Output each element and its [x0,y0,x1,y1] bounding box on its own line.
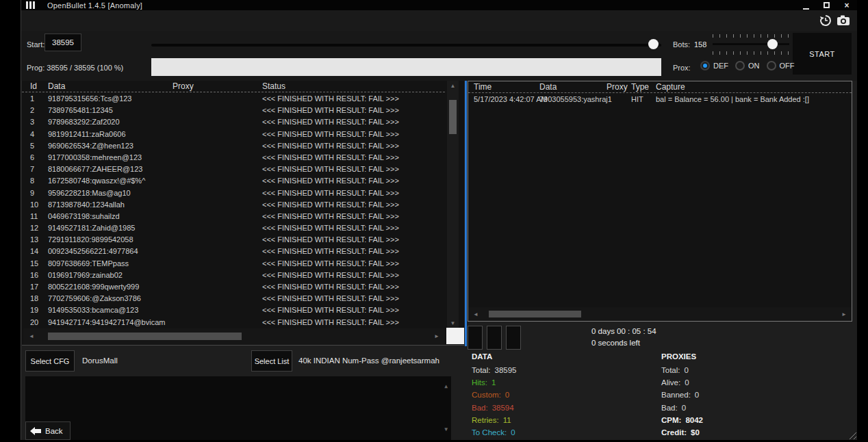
stat-row: Alive:0 [661,376,703,389]
back-button[interactable]: Back [25,421,71,440]
hits-horizontal-scrollbar[interactable]: ◄ ► [468,307,852,321]
scroll-left-icon[interactable]: ◄ [468,311,483,317]
table-row[interactable]: 7 8180066677:ZAHEER@123 <<< FINISHED WIT… [22,164,445,175]
table-row[interactable]: 4 9819912411:zaRa0606 <<< FINISHED WITH … [22,129,445,140]
runner-results-table: Id Data Proxy Status 1 918795315656:Tcs@… [22,81,464,346]
minimize-button[interactable] [801,1,810,10]
stat-row: Hits:1 [472,376,516,389]
select-list-button[interactable]: Select List [251,350,292,372]
bots-slider[interactable] [713,34,789,55]
elapsed-time: 0 days 00 : 05 : 54 [591,326,656,337]
results-horizontal-scrollbar[interactable]: ◄ ► [23,328,445,344]
stat-row: Total:38595 [472,364,516,376]
table-row[interactable]: 5 9690626534:Z@heen123 <<< FINISHED WITH… [22,140,445,152]
table-row[interactable]: 15 8097638669:TEMPpass <<< FINISHED WITH… [22,258,445,270]
scrollbar-thumb[interactable] [48,333,242,340]
radio-icon[interactable] [700,61,710,70]
window-title: OpenBullet 1.4.5 [Anomaly] [47,1,142,10]
bots-value: 158 [694,40,706,49]
runner-timer: 0 days 00 : 05 : 54 0 seconds left [591,326,656,349]
scrollbar-thumb[interactable] [489,311,581,317]
close-button[interactable]: × [842,1,852,10]
stat-row: CPM:8042 [661,414,703,426]
hits-tab-button[interactable] [468,326,483,350]
main-slider[interactable] [151,39,661,50]
progress-label: Prog: 38595 / 38595 (100 %) [27,64,123,72]
resize-grip[interactable] [847,430,856,439]
stat-row: Banned:0 [661,389,703,401]
results-table-header: Id Data Proxy Status [22,81,445,92]
table-row[interactable]: 10 8713987840:1234allah <<< FINISHED WIT… [22,199,445,211]
time-left: 0 seconds left [591,337,656,349]
proxies-stats-title: PROXIES [661,352,703,361]
back-arrow-icon [30,427,41,435]
runner-controls: Start: Bots: 158 START Prog: 38595 / 385… [21,31,857,81]
table-row[interactable]: 12 9149527181:Zahid@1985 <<< FINISHED WI… [22,222,445,234]
table-row[interactable]: 9 9596228218:Mas@ag10 <<< FINISHED WITH … [22,187,445,199]
selected-wordlist-name: 40k INDIAN Num-Pass @ranjeetsarmah [298,356,439,365]
prox-radio-option[interactable]: OFF [767,61,795,70]
progress-bar [151,58,661,76]
start-input[interactable] [44,34,81,51]
start-button[interactable]: START [793,33,852,75]
select-cfg-button[interactable]: Select CFG [25,350,75,372]
hits-tab-button[interactable] [506,326,521,350]
table-row[interactable]: 2 7389765481:12345 <<< FINISHED WITH RES… [22,105,445,116]
hits-results-table: Time Data Proxy Type Capture 5/17/2023 4… [468,81,852,322]
data-stats: DATA Total:38595 Hits:1 Custom:0 Bad:385… [472,352,516,439]
scroll-right-icon[interactable]: ► [429,333,445,339]
main-slider-thumb[interactable] [648,39,659,49]
hits-tab-button[interactable] [487,326,502,350]
runner-log: ▲ ▼ [25,376,451,440]
proxies-stats: PROXIES Total:0 Alive:0 Banned:0 Bad:0 C… [661,352,703,439]
table-row[interactable]: 1 918795315656:Tcs@123 <<< FINISHED WITH… [22,93,445,105]
prox-label: Prox: [673,64,691,72]
scroll-up-icon[interactable]: ▲ [444,382,448,391]
app-window: OpenBullet 1.4.5 [Anomaly] × Start: Bots… [21,0,857,440]
table-row[interactable]: 13 7291911820:9899542058 <<< FINISHED WI… [22,234,445,246]
panel-splitter[interactable] [465,81,467,346]
scroll-down-icon[interactable]: ▼ [444,425,448,434]
radio-icon[interactable] [735,61,745,70]
radio-icon[interactable] [767,61,776,70]
start-label: Start: [27,40,44,49]
table-row[interactable]: 5/17/2023 4:42:07 AM 7903055953:yashraj1… [468,94,852,105]
menu-bar [21,10,857,31]
table-row[interactable]: 17 8005221608:999qwerty999 <<< FINISHED … [22,281,445,293]
table-row[interactable]: 14 00923452566221:4977864 <<< FINISHED W… [22,246,445,257]
table-row[interactable]: 20 9419427174:9419427174@bvicam <<< FINI… [22,317,445,328]
results-vertical-scrollbar[interactable]: ▲ ▼ [447,81,459,328]
app-logo-icon [26,1,35,9]
hits-tabs [468,326,521,350]
bots-slider-thumb[interactable] [767,39,778,49]
table-row[interactable]: 18 7702759606:@Zakson3786 <<< FINISHED W… [22,293,445,304]
scrollbar-corner [446,328,464,344]
stat-row: Bad:38594 [472,402,516,414]
prox-radio-option[interactable]: DEF [700,61,728,70]
scroll-left-icon[interactable]: ◄ [23,333,40,339]
prox-radio-group: DEF ON OFF [700,61,795,70]
table-row[interactable]: 8 1672580748:qwaszx!@#$%^ <<< FINISHED W… [22,175,445,187]
prox-radio-option[interactable]: ON [735,61,760,70]
table-row[interactable]: 3 9789683292:Zaf2020 <<< FINISHED WITH R… [22,116,445,128]
hits-table-header: Time Data Proxy Type Capture [468,81,852,93]
scroll-up-icon[interactable]: ▲ [447,83,459,89]
table-row[interactable]: 6 9177000358:mehreen@123 <<< FINISHED WI… [22,152,445,164]
scroll-right-icon[interactable]: ► [837,311,852,317]
table-row[interactable]: 16 0196917969:zainab02 <<< FINISHED WITH… [22,270,445,281]
stat-row: Custom:0 [472,389,516,401]
camera-icon[interactable] [837,14,850,27]
stat-row: Retries:11 [472,414,516,426]
maximize-button[interactable] [821,1,831,10]
stat-row: Bad:0 [661,402,703,414]
bots-label: Bots: [673,40,690,49]
stat-row: Credit:$0 [661,426,703,439]
table-row[interactable]: 11 0469673198:suhailzd <<< FINISHED WITH… [22,211,445,222]
history-icon[interactable] [819,14,832,27]
scroll-down-icon[interactable]: ▼ [447,320,459,326]
stat-row: To Check:0 [472,426,516,439]
selected-config-name: DorusMall [82,356,118,365]
scrollbar-thumb[interactable] [449,100,457,134]
data-stats-title: DATA [472,352,516,361]
table-row[interactable]: 19 9149535033:bcamca@123 <<< FINISHED WI… [22,304,445,316]
